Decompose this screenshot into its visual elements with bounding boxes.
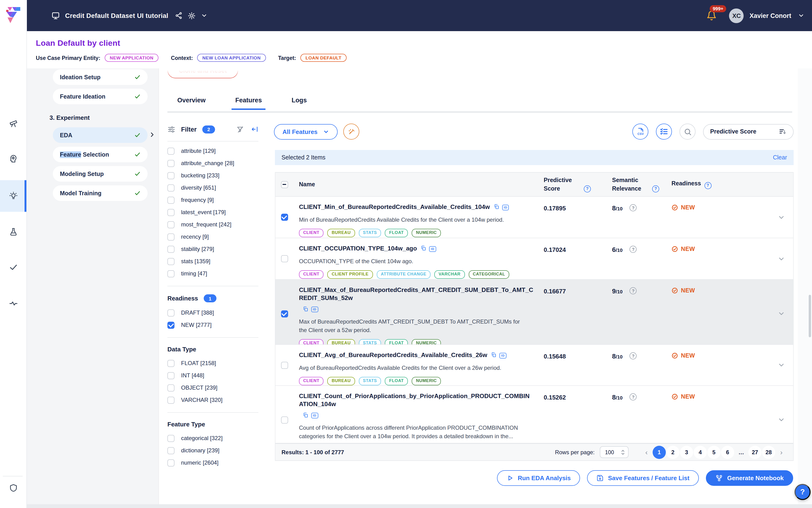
tab-features[interactable]: Features — [231, 97, 266, 110]
sidebar-item-feature-selection[interactable]: Feature Selection — [53, 147, 148, 162]
magic-wand-button[interactable] — [344, 124, 360, 140]
sidebar-item-modeling-setup[interactable]: Modeling Setup — [53, 166, 148, 182]
filter-checkbox[interactable] — [167, 184, 175, 191]
gear-icon[interactable] — [188, 11, 196, 19]
filter-option[interactable]: most_frequent [242] — [167, 218, 258, 231]
help-icon[interactable]: ? — [584, 185, 591, 193]
generate-notebook-button[interactable]: Generate Notebook — [706, 470, 793, 486]
clear-selection-link[interactable]: Clear — [773, 154, 787, 161]
lightbulb-icon[interactable] — [0, 188, 27, 204]
row-expand-chevron[interactable] — [769, 238, 793, 279]
copy-icon[interactable] — [303, 411, 308, 420]
row-expand-chevron[interactable] — [769, 345, 793, 386]
filter-checkbox[interactable] — [167, 396, 175, 404]
question-icon[interactable]: ? — [630, 287, 637, 294]
filter-option[interactable]: DRAFT [388] — [167, 307, 258, 319]
id-icon[interactable]: ID — [429, 247, 436, 252]
page-button-3[interactable]: 3 — [680, 446, 693, 459]
share-icon[interactable] — [175, 12, 182, 19]
filter-checkbox[interactable] — [167, 246, 175, 253]
feature-checkbox[interactable] — [281, 310, 288, 317]
page-button-1[interactable]: 1 — [652, 446, 666, 459]
filter-checkbox[interactable] — [167, 459, 175, 466]
filter-checkbox[interactable] — [167, 372, 175, 379]
tab-logs[interactable]: Logs — [288, 97, 311, 110]
filter-option[interactable]: frequency [9] — [167, 194, 258, 206]
page-button-2[interactable]: 2 — [666, 446, 679, 459]
feature-checkbox[interactable] — [281, 416, 288, 423]
page-button-6[interactable]: 6 — [721, 446, 734, 459]
filter-option[interactable]: attribute_change [28] — [167, 157, 258, 169]
filter-checkbox[interactable] — [167, 309, 175, 316]
filter-checkbox[interactable] — [167, 384, 175, 391]
user-name[interactable]: Xavier Conort — [750, 12, 791, 19]
clear-filters-icon[interactable] — [236, 125, 244, 133]
avatar[interactable]: XC — [729, 8, 744, 23]
page-button-28[interactable]: 28 — [762, 446, 775, 459]
collapse-filter-icon[interactable] — [251, 125, 258, 133]
clone-and-reset-button[interactable]: Clone and Reset — [167, 69, 238, 78]
scrollbar-thumb[interactable] — [809, 295, 811, 337]
filter-option[interactable]: stability [279] — [167, 243, 258, 255]
select-all-checkbox[interactable] — [281, 181, 288, 188]
question-icon[interactable]: ? — [630, 393, 637, 400]
filter-option[interactable]: NEW [2777] — [167, 319, 258, 331]
feature-checkbox[interactable] — [281, 362, 288, 369]
table-row[interactable]: CLIENT_Min_of_BureauReportedCredits_Avai… — [275, 197, 793, 238]
question-icon[interactable]: ? — [630, 352, 637, 359]
filter-checkbox[interactable] — [167, 172, 175, 179]
sort-by-dropdown[interactable]: Predictive Score — [703, 124, 794, 139]
sidebar-item-model-training[interactable]: Model Training — [53, 185, 148, 201]
copy-icon[interactable] — [303, 305, 308, 314]
page-button-4[interactable]: 4 — [694, 446, 707, 459]
filter-checkbox[interactable] — [167, 447, 175, 454]
filter-option[interactable]: bucketing [233] — [167, 169, 258, 182]
id-icon[interactable]: ID — [311, 413, 318, 418]
telescope-icon[interactable] — [0, 115, 27, 131]
filter-checkbox[interactable] — [167, 209, 175, 216]
flask-icon[interactable] — [0, 223, 27, 240]
ideation-head-icon[interactable] — [0, 151, 27, 167]
feature-scope-dropdown[interactable]: All Features — [274, 124, 338, 139]
page-button-5[interactable]: 5 — [707, 446, 721, 459]
filter-option[interactable]: latest_event [179] — [167, 206, 258, 218]
search-button[interactable] — [679, 124, 695, 140]
filter-option[interactable]: recency [9] — [167, 231, 258, 243]
previous-page-button[interactable]: ‹ — [641, 446, 652, 459]
page-button-27[interactable]: 27 — [748, 446, 762, 459]
id-icon[interactable]: ID — [502, 205, 509, 211]
tab-overview[interactable]: Overview — [174, 97, 209, 110]
id-icon[interactable]: ID — [500, 353, 506, 359]
export-csv-button[interactable]: CSV — [632, 124, 648, 140]
filter-checkbox[interactable] — [167, 233, 175, 240]
help-button[interactable]: ? — [795, 484, 811, 500]
filter-option[interactable]: attribute [129] — [167, 145, 258, 157]
notifications-bell[interactable]: 999+ — [707, 10, 717, 21]
row-expand-chevron[interactable] — [769, 280, 793, 345]
feature-checkbox[interactable] — [281, 214, 288, 221]
id-icon[interactable]: ID — [311, 307, 318, 312]
shield-icon[interactable] — [0, 480, 27, 496]
filter-option[interactable]: categorical [322] — [167, 432, 258, 444]
chevron-right-icon[interactable] — [149, 132, 155, 138]
help-icon[interactable]: ? — [704, 182, 711, 189]
run-eda-analysis-button[interactable]: Run EDA Analysis — [497, 470, 580, 486]
table-row[interactable]: CLIENT_OCCUPATION_TYPE_104w_agoIDOCCUPAT… — [275, 238, 793, 280]
check-icon[interactable] — [0, 259, 27, 275]
filter-option[interactable]: dictionary [239] — [167, 444, 258, 457]
copy-icon[interactable] — [494, 204, 499, 212]
question-icon[interactable]: ? — [630, 204, 637, 211]
filter-option[interactable]: INT [448] — [167, 369, 258, 382]
row-expand-chevron[interactable] — [769, 386, 793, 443]
filter-checkbox[interactable] — [167, 359, 175, 367]
filter-option[interactable]: timing [47] — [167, 267, 258, 280]
filter-checkbox[interactable] — [167, 221, 175, 228]
sidebar-item-eda[interactable]: EDA — [53, 127, 148, 143]
table-row[interactable]: CLIENT_Avg_of_BureauReportedCredits_Avai… — [275, 345, 793, 386]
filter-option[interactable]: stats [1359] — [167, 255, 258, 267]
filter-checkbox[interactable] — [167, 322, 175, 329]
help-icon[interactable]: ? — [652, 185, 659, 193]
filter-checkbox[interactable] — [167, 270, 175, 277]
filter-checkbox[interactable] — [167, 197, 175, 204]
filter-option[interactable]: diversity [651] — [167, 182, 258, 194]
